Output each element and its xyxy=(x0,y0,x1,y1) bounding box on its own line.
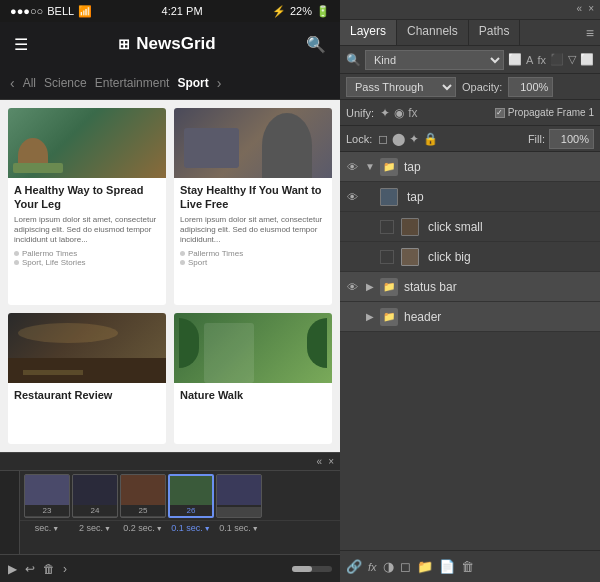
layer-header-folder-icon: 📁 xyxy=(380,308,398,326)
lock-position-icon[interactable]: ✦ xyxy=(409,132,419,146)
propagate-label-text: Propagate Frame 1 xyxy=(508,107,594,118)
filter-search-icon[interactable]: 🔍 xyxy=(346,53,361,67)
filter-fx-icon[interactable]: fx xyxy=(537,54,546,66)
delete-frame-button[interactable]: 🗑 xyxy=(43,562,55,576)
timeline-close-icon[interactable]: × xyxy=(328,456,334,467)
eye-icon-tap-group: 👁 xyxy=(347,161,358,173)
card-2-body: Stay Healthy If You Want to Live Free Lo… xyxy=(174,178,332,272)
frame-25[interactable]: 25 xyxy=(120,474,166,518)
frame-23[interactable]: 23 xyxy=(24,474,70,518)
card-3-image xyxy=(8,313,166,383)
rewind-button[interactable]: ↩ xyxy=(25,562,35,576)
progress-bar xyxy=(292,566,332,572)
propagate-frame-check[interactable]: ✓ Propagate Frame 1 xyxy=(495,107,594,118)
panel-collapse-icon[interactable]: « xyxy=(577,3,583,16)
frame-26[interactable]: 26 xyxy=(168,474,214,518)
next-button[interactable]: › xyxy=(63,562,67,576)
layer-tap-folder-icon: 📁 xyxy=(380,158,398,176)
layer-header-group[interactable]: ▶ 📁 header xyxy=(340,302,600,332)
layer-tap-expand[interactable]: ▼ xyxy=(363,161,377,172)
layer-tap-group[interactable]: 👁 ▼ 📁 tap xyxy=(340,152,600,182)
layer-tap-name: tap xyxy=(401,190,596,204)
card-1-image xyxy=(8,108,166,178)
layer-status-bar-expand[interactable]: ▶ xyxy=(363,281,377,292)
frame-time-4[interactable]: 0.1 sec.▼ xyxy=(216,523,262,533)
layer-tap-visibility[interactable]: 👁 xyxy=(344,161,360,173)
bluetooth-icon: ⚡ xyxy=(272,5,286,18)
layer-tap[interactable]: 👁 tap xyxy=(340,182,600,212)
layer-header-expand[interactable]: ▶ xyxy=(363,311,377,322)
layer-status-bar-visibility[interactable]: 👁 xyxy=(344,281,360,293)
frame-extra[interactable] xyxy=(216,474,262,518)
layer-click-big[interactable]: click big xyxy=(340,242,600,272)
tab-entertainment[interactable]: Entertainment xyxy=(95,76,170,90)
grid-icon: ⊞ xyxy=(118,36,130,52)
card-1[interactable]: A Healthy Way to Spread Your Leg Lorem i… xyxy=(8,108,166,305)
frame-24[interactable]: 24 xyxy=(72,474,118,518)
frame-time-3[interactable]: 0.1 sec.▼ xyxy=(168,523,214,533)
unify-position-icon[interactable]: ✦ xyxy=(380,106,390,120)
lock-transparent-icon[interactable]: ◻ xyxy=(378,132,388,146)
filter-kind-select[interactable]: Kind xyxy=(365,50,504,70)
tab-back-arrow[interactable]: ‹ xyxy=(10,75,15,91)
filter-icons-group: ⬜ A fx ⬛ ▽ ⬜ xyxy=(508,53,594,66)
filter-smart-icon[interactable]: ▽ xyxy=(568,53,576,66)
layer-fx-icon[interactable]: fx xyxy=(368,561,377,573)
filter-toggle-icon[interactable]: ⬜ xyxy=(580,53,594,66)
app-title-container: ⊞ NewsGrid xyxy=(118,34,215,54)
delete-layer-icon[interactable]: 🗑 xyxy=(461,559,474,574)
new-layer-icon[interactable]: 📄 xyxy=(439,559,455,574)
left-panel: ●●●○○ BELL 📶 4:21 PM ⚡ 22% 🔋 ☰ ⊞ NewsGri… xyxy=(0,0,340,582)
play-button[interactable]: ▶ xyxy=(8,562,17,576)
fill-input[interactable] xyxy=(549,129,594,149)
card-4[interactable]: Nature Walk xyxy=(174,313,332,444)
card-3-body: Restaurant Review xyxy=(8,383,166,410)
card-4-image xyxy=(174,313,332,383)
card-2[interactable]: Stay Healthy If You Want to Live Free Lo… xyxy=(174,108,332,305)
card-1-meta: Pallermo Times xyxy=(14,249,160,258)
frame-time-1[interactable]: 2 sec.▼ xyxy=(72,523,118,533)
tab-all[interactable]: All xyxy=(23,76,36,90)
layers-topbar: « × xyxy=(340,0,600,20)
opacity-label: Opacity: xyxy=(462,81,502,93)
layers-menu-icon[interactable]: ≡ xyxy=(580,20,600,45)
layer-click-small[interactable]: click small xyxy=(340,212,600,242)
unify-fx-icon[interactable]: fx xyxy=(408,106,417,120)
panel-close-icon[interactable]: × xyxy=(588,3,594,16)
unify-style-icon[interactable]: ◉ xyxy=(394,106,404,120)
lock-label: Lock: xyxy=(346,133,372,145)
card-1-tag: Sport, Life Stories xyxy=(14,258,160,267)
filter-vector-icon[interactable]: ⬛ xyxy=(550,53,564,66)
layer-header-name: header xyxy=(401,310,596,324)
blend-mode-select[interactable]: Pass Through xyxy=(346,77,456,97)
card-3[interactable]: Restaurant Review xyxy=(8,313,166,444)
lock-image-icon[interactable]: ⬤ xyxy=(392,132,405,146)
tab-science[interactable]: Science xyxy=(44,76,87,90)
filter-pixel-icon[interactable]: ⬜ xyxy=(508,53,522,66)
layer-style-icon[interactable]: ◻ xyxy=(400,559,411,574)
propagate-checkbox-indicator: ✓ xyxy=(495,108,505,118)
tab-paths[interactable]: Paths xyxy=(469,20,521,45)
adjustment-layer-icon[interactable]: ◑ xyxy=(383,559,394,574)
group-layers-icon[interactable]: 📁 xyxy=(417,559,433,574)
tab-channels[interactable]: Channels xyxy=(397,20,469,45)
frame-time-0[interactable]: sec.▼ xyxy=(24,523,70,533)
tab-forward-arrow[interactable]: › xyxy=(217,75,222,91)
card-3-title: Restaurant Review xyxy=(14,388,160,402)
blend-opacity-row: Pass Through Opacity: xyxy=(340,74,600,100)
layer-click-small-checkbox xyxy=(380,220,394,234)
link-layers-icon[interactable]: 🔗 xyxy=(346,559,362,574)
status-bar: ●●●○○ BELL 📶 4:21 PM ⚡ 22% 🔋 xyxy=(0,0,340,22)
filter-text-icon[interactable]: A xyxy=(526,54,533,66)
frame-time-2[interactable]: 0.2 sec.▼ xyxy=(120,523,166,533)
search-icon[interactable]: 🔍 xyxy=(306,35,326,54)
menu-icon[interactable]: ☰ xyxy=(14,35,28,54)
tab-sport[interactable]: Sport xyxy=(177,76,208,90)
tab-layers[interactable]: Layers xyxy=(340,20,397,45)
lock-all-icon[interactable]: 🔒 xyxy=(423,132,438,146)
layer-status-bar-group[interactable]: 👁 ▶ 📁 status bar xyxy=(340,272,600,302)
timeline-collapse-icon[interactable]: « xyxy=(317,456,323,467)
layer-tap-visibility[interactable]: 👁 xyxy=(344,191,360,203)
opacity-input[interactable] xyxy=(508,77,553,97)
layers-bottom-bar: 🔗 fx ◑ ◻ 📁 📄 🗑 xyxy=(340,550,600,582)
